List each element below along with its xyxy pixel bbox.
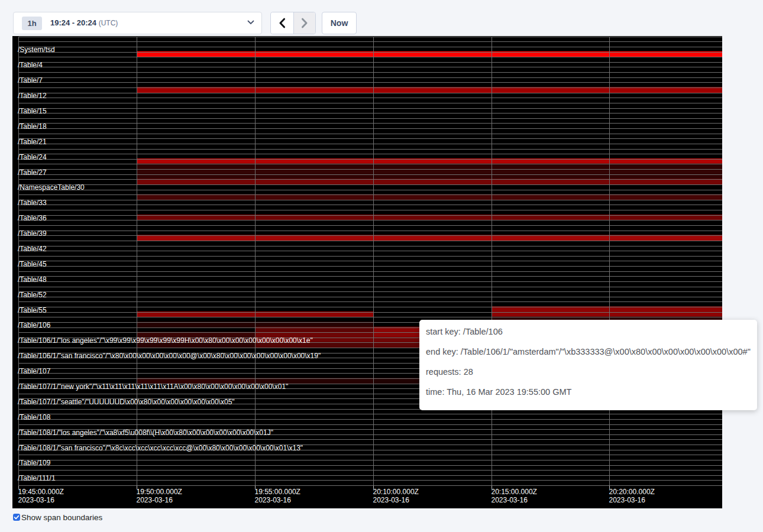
svg-text:/Table/107: /Table/107 <box>18 367 51 375</box>
svg-text:2023-03-16: 2023-03-16 <box>255 496 292 504</box>
svg-text:2023-03-16: 2023-03-16 <box>373 496 410 504</box>
svg-text:2023-03-16: 2023-03-16 <box>18 496 55 504</box>
svg-text:/Table/15: /Table/15 <box>18 107 47 115</box>
svg-text:/Table/42: /Table/42 <box>18 245 47 253</box>
svg-text:/Table/106/1/"los angeles"/"\x: /Table/106/1/"los angeles"/"\x99\x99\x99… <box>18 336 313 345</box>
svg-text:/Table/36: /Table/36 <box>18 214 47 222</box>
svg-text:/Table/18: /Table/18 <box>18 122 47 131</box>
svg-text:/Table/4: /Table/4 <box>18 61 43 69</box>
svg-text:2023-03-16: 2023-03-16 <box>609 496 646 504</box>
svg-text:19:55:00.000Z: 19:55:00.000Z <box>255 488 300 496</box>
svg-text:20:10:00.000Z: 20:10:00.000Z <box>373 488 419 496</box>
svg-text:/NamespaceTable/30: /NamespaceTable/30 <box>18 183 85 192</box>
svg-text:/Table/111/1: /Table/111/1 <box>18 474 56 482</box>
svg-text:/Table/12: /Table/12 <box>18 92 47 100</box>
svg-text:20:20:00.000Z: 20:20:00.000Z <box>609 488 655 496</box>
svg-text:/Table/48: /Table/48 <box>18 275 47 284</box>
svg-text:/Table/109: /Table/109 <box>18 459 51 467</box>
svg-text:/Table/108/1/"san francisco"/": /Table/108/1/"san francisco"/"\x8c\xcc\x… <box>18 444 303 452</box>
svg-text:/Table/39: /Table/39 <box>18 229 47 238</box>
svg-text:/Table/33: /Table/33 <box>18 199 47 207</box>
svg-text:/Table/107/1/"new york"/"\x11\: /Table/107/1/"new york"/"\x11\x11\x11\x1… <box>18 382 288 391</box>
svg-text:/Table/45: /Table/45 <box>18 260 47 268</box>
svg-text:/Table/106/1/"san francisco"/": /Table/106/1/"san francisco"/"\x80\x00\x… <box>18 352 321 360</box>
svg-text:/System/tsd: /System/tsd <box>18 46 55 54</box>
svg-text:/Table/24: /Table/24 <box>18 153 47 161</box>
svg-text:/Table/108/1/"los angeles"/"\x: /Table/108/1/"los angeles"/"\xa8\xf5\u00… <box>18 429 273 437</box>
svg-text:2023-03-16: 2023-03-16 <box>137 496 173 504</box>
svg-text:19:50:00.000Z: 19:50:00.000Z <box>137 488 182 496</box>
svg-text:20:15:00.000Z: 20:15:00.000Z <box>492 488 537 496</box>
svg-text:2023-03-16: 2023-03-16 <box>492 496 528 504</box>
svg-text:/Table/7: /Table/7 <box>18 76 43 85</box>
svg-text:19:45:00.000Z: 19:45:00.000Z <box>18 488 64 496</box>
svg-text:/Table/52: /Table/52 <box>18 291 47 299</box>
svg-text:/Table/27: /Table/27 <box>18 168 47 177</box>
svg-text:/Table/108: /Table/108 <box>18 413 51 421</box>
svg-text:/Table/55: /Table/55 <box>18 306 47 314</box>
svg-text:/Table/107/1/"seattle"/"UUUUUU: /Table/107/1/"seattle"/"UUUUUUD\x00\x80\… <box>18 398 235 406</box>
svg-text:/Table/21: /Table/21 <box>18 138 47 146</box>
svg-text:/Table/106: /Table/106 <box>18 321 51 329</box>
